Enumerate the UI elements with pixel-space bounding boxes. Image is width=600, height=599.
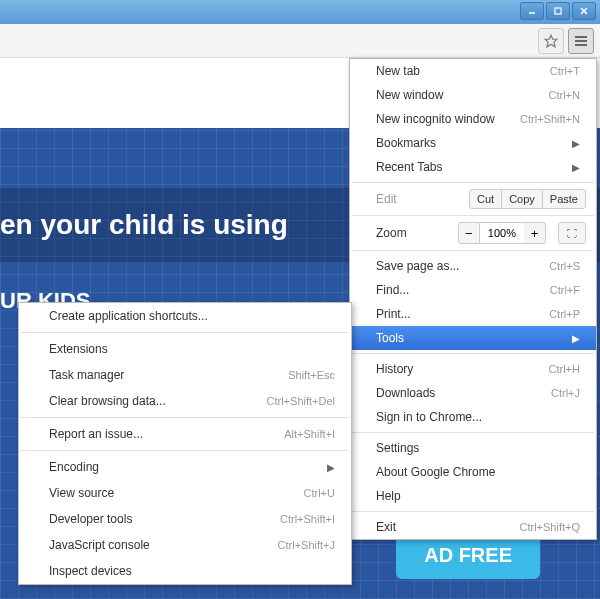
tools-developer-tools[interactable]: Developer toolsCtrl+Shift+I bbox=[19, 506, 351, 532]
menu-downloads[interactable]: DownloadsCtrl+J bbox=[350, 381, 596, 405]
menu-separator bbox=[352, 511, 594, 512]
menu-separator bbox=[352, 215, 594, 216]
edit-paste-button[interactable]: Paste bbox=[542, 189, 586, 209]
menu-separator bbox=[352, 432, 594, 433]
edit-copy-button[interactable]: Copy bbox=[502, 189, 542, 209]
tools-extensions[interactable]: Extensions bbox=[19, 336, 351, 362]
browser-toolbar bbox=[0, 24, 600, 58]
hamburger-icon bbox=[575, 36, 587, 46]
chrome-menu-button[interactable] bbox=[568, 28, 594, 54]
window-title-bar bbox=[0, 0, 600, 24]
zoom-out-button[interactable]: − bbox=[458, 222, 480, 244]
window-close-button[interactable] bbox=[572, 2, 596, 20]
menu-separator bbox=[21, 332, 349, 333]
menu-settings[interactable]: Settings bbox=[350, 436, 596, 460]
menu-separator bbox=[21, 417, 349, 418]
menu-about[interactable]: About Google Chrome bbox=[350, 460, 596, 484]
menu-save-page[interactable]: Save page as...Ctrl+S bbox=[350, 254, 596, 278]
menu-help[interactable]: Help bbox=[350, 484, 596, 508]
zoom-in-button[interactable]: + bbox=[524, 222, 546, 244]
menu-bookmarks[interactable]: Bookmarks▶ bbox=[350, 131, 596, 155]
chevron-right-icon: ▶ bbox=[327, 462, 335, 473]
menu-history[interactable]: HistoryCtrl+H bbox=[350, 357, 596, 381]
menu-find[interactable]: Find...Ctrl+F bbox=[350, 278, 596, 302]
tools-report-issue[interactable]: Report an issue...Alt+Shift+I bbox=[19, 421, 351, 447]
svg-rect-1 bbox=[555, 8, 561, 14]
chevron-right-icon: ▶ bbox=[572, 138, 580, 149]
menu-separator bbox=[352, 182, 594, 183]
menu-recent-tabs[interactable]: Recent Tabs▶ bbox=[350, 155, 596, 179]
menu-exit[interactable]: ExitCtrl+Shift+Q bbox=[350, 515, 596, 539]
zoom-value: 100% bbox=[480, 222, 524, 244]
menu-separator bbox=[352, 353, 594, 354]
tools-encoding[interactable]: Encoding▶ bbox=[19, 454, 351, 480]
tools-submenu: Create application shortcuts... Extensio… bbox=[18, 302, 352, 585]
menu-new-window[interactable]: New windowCtrl+N bbox=[350, 83, 596, 107]
banner-text: en your child is using bbox=[0, 209, 288, 241]
window-maximize-button[interactable] bbox=[546, 2, 570, 20]
menu-new-tab[interactable]: New tabCtrl+T bbox=[350, 59, 596, 83]
tools-create-shortcuts[interactable]: Create application shortcuts... bbox=[19, 303, 351, 329]
tools-task-manager[interactable]: Task managerShift+Esc bbox=[19, 362, 351, 388]
menu-zoom-row: Zoom − 100% + ⛶ bbox=[350, 219, 596, 247]
window-minimize-button[interactable] bbox=[520, 2, 544, 20]
bookmark-star-button[interactable] bbox=[538, 28, 564, 54]
tools-js-console[interactable]: JavaScript consoleCtrl+Shift+J bbox=[19, 532, 351, 558]
tools-clear-data[interactable]: Clear browsing data...Ctrl+Shift+Del bbox=[19, 388, 351, 414]
svg-marker-4 bbox=[545, 35, 557, 47]
menu-tools[interactable]: Tools▶ bbox=[350, 326, 596, 350]
menu-sign-in[interactable]: Sign in to Chrome... bbox=[350, 405, 596, 429]
fullscreen-button[interactable]: ⛶ bbox=[558, 222, 586, 244]
tools-view-source[interactable]: View sourceCtrl+U bbox=[19, 480, 351, 506]
chevron-right-icon: ▶ bbox=[572, 333, 580, 344]
menu-print[interactable]: Print...Ctrl+P bbox=[350, 302, 596, 326]
menu-separator bbox=[21, 450, 349, 451]
menu-separator bbox=[352, 250, 594, 251]
tools-inspect-devices[interactable]: Inspect devices bbox=[19, 558, 351, 584]
chevron-right-icon: ▶ bbox=[572, 162, 580, 173]
menu-edit-row: Edit Cut Copy Paste bbox=[350, 186, 596, 212]
edit-cut-button[interactable]: Cut bbox=[469, 189, 502, 209]
chrome-main-menu: New tabCtrl+T New windowCtrl+N New incog… bbox=[349, 58, 597, 540]
menu-new-incognito[interactable]: New incognito windowCtrl+Shift+N bbox=[350, 107, 596, 131]
